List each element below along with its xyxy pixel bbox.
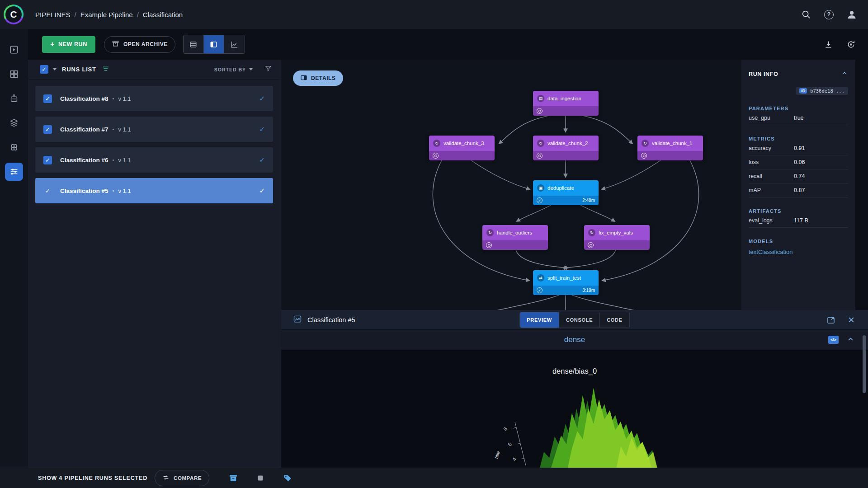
run-id-chip[interactable]: ID b736de18 ... bbox=[796, 87, 848, 95]
plus-icon: + bbox=[50, 40, 55, 48]
info-key: use_gpu bbox=[749, 115, 794, 121]
model-link[interactable]: textClassification bbox=[749, 249, 848, 255]
footer-bar: SHOW 4 PIPELINE RUNS SELECTED COMPARE bbox=[0, 468, 868, 488]
bottom-panel-header: Classification #5 PREVIEWCONSOLECODE × bbox=[281, 310, 868, 330]
breadcrumb-project[interactable]: Example Pipeline bbox=[80, 11, 133, 19]
tab-preview[interactable]: PREVIEW bbox=[520, 312, 559, 328]
archive-selected-icon[interactable] bbox=[227, 472, 239, 484]
filter-icon[interactable] bbox=[264, 65, 272, 74]
abort-icon[interactable] bbox=[255, 472, 266, 484]
run-checkbox[interactable]: ✓ bbox=[43, 125, 52, 134]
node-status-icon: ✓ bbox=[537, 287, 542, 293]
run-checkbox[interactable]: ✓ bbox=[43, 156, 52, 164]
breadcrumb-page[interactable]: Classification bbox=[143, 11, 183, 19]
node-status-icon bbox=[537, 108, 542, 114]
metrics-title: METRICS bbox=[749, 136, 848, 141]
open-archive-button[interactable]: OPEN ARCHIVE bbox=[104, 36, 175, 53]
clearml-logo[interactable]: C bbox=[4, 5, 24, 24]
node-type-icon: ▣ bbox=[537, 184, 544, 192]
search-icon[interactable] bbox=[801, 9, 811, 20]
help-icon[interactable]: ? bbox=[824, 10, 834, 19]
pipeline-node-validate_chunk_2[interactable]: ↻validate_chunk_2 bbox=[533, 136, 599, 160]
sidebar-item-projects[interactable] bbox=[5, 41, 23, 59]
run-list-item[interactable]: ✓Classification #8•v 1.1✓ bbox=[35, 86, 273, 111]
table-view-button[interactable] bbox=[184, 35, 204, 53]
chevron-down-icon[interactable] bbox=[53, 68, 57, 70]
pipeline-graph: DETAILS bbox=[281, 60, 741, 310]
run-checkbox[interactable]: ✓ bbox=[43, 94, 52, 103]
maximize-icon[interactable] bbox=[826, 314, 836, 325]
node-duration: 3:19m bbox=[582, 288, 595, 293]
info-row: loss0.06 bbox=[749, 155, 848, 169]
details-icon bbox=[300, 74, 307, 83]
run-list-item[interactable]: ✓Classification #6•v 1.1✓ bbox=[35, 147, 273, 173]
metric-group-bar: dense </> bbox=[281, 330, 868, 350]
pipeline-node-handle_outliers[interactable]: ↻handle_outliers bbox=[482, 225, 548, 250]
info-row: use_gputrue bbox=[749, 111, 848, 125]
tag-icon[interactable] bbox=[282, 472, 293, 484]
node-label: validate_chunk_1 bbox=[652, 141, 693, 146]
node-type-icon: ⇄ bbox=[537, 274, 544, 282]
pipeline-node-data_ingestion[interactable]: ▤data_ingestion bbox=[533, 91, 599, 116]
auto-refresh-icon[interactable] bbox=[845, 39, 856, 50]
sort-icon[interactable] bbox=[102, 65, 110, 75]
run-name: Classification #8 bbox=[60, 95, 108, 102]
run-list-item[interactable]: ✓Classification #7•v 1.1✓ bbox=[35, 117, 273, 142]
chart-view-button[interactable] bbox=[224, 35, 245, 53]
info-row: recall0.74 bbox=[749, 169, 848, 183]
tab-code[interactable]: CODE bbox=[600, 312, 629, 328]
scrollbar-thumb[interactable] bbox=[863, 335, 866, 393]
sidebar-item-workers[interactable] bbox=[5, 89, 23, 108]
bottom-panel-title: Classification #5 bbox=[307, 316, 355, 324]
avatar[interactable] bbox=[846, 9, 857, 20]
runs-list: ✓Classification #8•v 1.1✓✓Classification… bbox=[28, 80, 281, 203]
view-toggle-group bbox=[183, 35, 245, 54]
node-type-icon: ↻ bbox=[486, 229, 494, 236]
sidebar-item-datasets[interactable] bbox=[5, 65, 23, 83]
split-view-button[interactable] bbox=[204, 35, 224, 53]
run-version: v 1.1 bbox=[118, 126, 131, 133]
info-row: mAP0.87 bbox=[749, 183, 848, 197]
metric-group-title: dense bbox=[564, 335, 585, 344]
breadcrumb-pipelines[interactable]: PIPELINES bbox=[35, 11, 71, 19]
preview-tabs: PREVIEWCONSOLECODE bbox=[519, 312, 630, 328]
details-label: DETAILS bbox=[311, 75, 336, 81]
pipeline-node-validate_chunk_1[interactable]: ↻validate_chunk_1 bbox=[637, 136, 703, 160]
code-icon[interactable]: </> bbox=[828, 336, 839, 344]
breadcrumb-separator: / bbox=[75, 11, 76, 19]
new-run-button[interactable]: + NEW RUN bbox=[42, 36, 95, 53]
pipeline-node-validate_chunk_3[interactable]: ↻validate_chunk_3 bbox=[429, 136, 495, 160]
bottom-panel: Classification #5 PREVIEWCONSOLECODE × d… bbox=[281, 310, 868, 468]
close-icon[interactable]: × bbox=[848, 314, 854, 325]
sidebar-item-queues[interactable] bbox=[5, 114, 23, 132]
info-row: eval_logs117 B bbox=[749, 214, 848, 228]
breadcrumb: PIPELINES / Example Pipeline / Classific… bbox=[35, 11, 183, 19]
pipeline-node-deduplicate[interactable]: ▣deduplicate✓2:48m bbox=[533, 180, 599, 205]
plot-title: dense/bias_0 bbox=[281, 367, 868, 375]
info-value: 0.87 bbox=[794, 187, 848, 193]
node-label: split_train_test bbox=[547, 275, 581, 281]
svg-text:4: 4 bbox=[511, 456, 517, 462]
run-name: Classification #5 bbox=[60, 188, 108, 194]
node-status-icon bbox=[486, 242, 492, 248]
run-checkbox[interactable]: ✓ bbox=[43, 187, 52, 195]
collapse-chevron-icon[interactable] bbox=[841, 70, 848, 79]
run-status-check-icon: ✓ bbox=[259, 94, 267, 103]
sidebar-item-pipelines[interactable] bbox=[5, 163, 23, 181]
sidebar-item-models[interactable] bbox=[5, 138, 23, 156]
download-icon[interactable] bbox=[823, 39, 834, 50]
details-button[interactable]: DETAILS bbox=[293, 70, 343, 86]
run-bullet: • bbox=[113, 127, 114, 132]
run-list-item[interactable]: ✓Classification #5•v 1.1✓ bbox=[35, 178, 273, 203]
select-all-checkbox[interactable]: ✓ bbox=[40, 65, 48, 74]
compare-button[interactable]: COMPARE bbox=[155, 470, 209, 486]
pipeline-node-fix_empty_vals[interactable]: ↻fix_empty_vals bbox=[584, 225, 650, 250]
sorted-by-dropdown[interactable]: SORTED BY bbox=[214, 67, 253, 72]
pipeline-node-split_train_test[interactable]: ⇄split_train_test✓3:19m bbox=[533, 270, 599, 295]
run-id-value: b736de18 ... bbox=[810, 88, 844, 94]
collapse-chevron-icon[interactable] bbox=[847, 335, 854, 345]
preview-panel-icon bbox=[293, 314, 302, 325]
metrics-rows: accuracy0.91loss0.06recall0.74mAP0.87 bbox=[749, 141, 848, 197]
tab-console[interactable]: CONSOLE bbox=[559, 312, 600, 328]
node-label: validate_chunk_3 bbox=[443, 141, 484, 146]
